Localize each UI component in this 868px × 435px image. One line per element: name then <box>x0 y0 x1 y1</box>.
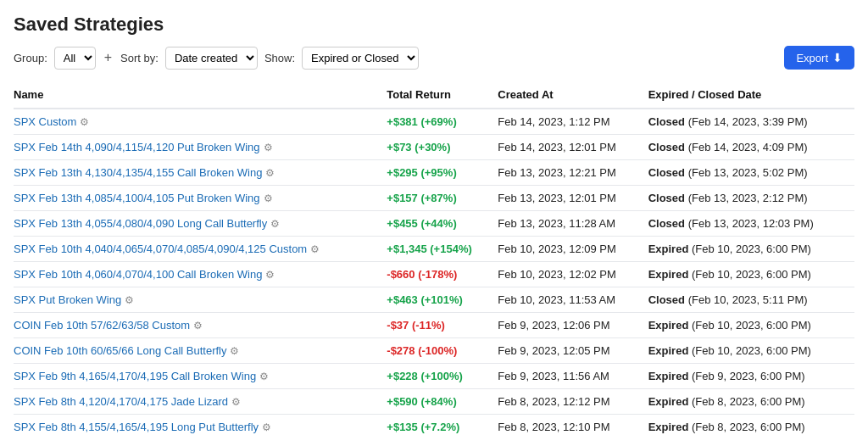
group-label: Group: <box>14 52 47 64</box>
closed-label: Closed <box>648 141 688 153</box>
col-closed-date: Expired / Closed Date <box>648 81 854 109</box>
table-row: SPX Put Broken Wing⚙+$463 (+101%)Feb 10,… <box>14 287 854 313</box>
gear-icon[interactable]: ⚙ <box>270 218 280 230</box>
gear-icon[interactable]: ⚙ <box>264 142 273 153</box>
total-return: +$295 (+95%) <box>387 160 498 186</box>
col-name: Name <box>14 81 387 109</box>
expired-label: Expired <box>648 319 692 332</box>
gear-icon[interactable]: ⚙ <box>125 294 134 306</box>
total-return: +$381 (+69%) <box>387 109 498 135</box>
closed-date-value: (Feb 8, 2023, 6:00 PM) <box>692 395 805 408</box>
gear-icon[interactable]: ⚙ <box>231 396 241 408</box>
closed-date-value: (Feb 13, 2023, 5:02 PM) <box>688 166 808 179</box>
expired-label: Expired <box>648 344 692 357</box>
closed-date: Closed (Feb 10, 2023, 5:11 PM) <box>648 287 854 313</box>
closed-date-value: (Feb 10, 2023, 6:00 PM) <box>692 319 811 332</box>
toolbar: Group: All + Sort by: Date created Show:… <box>14 46 854 70</box>
strategy-name[interactable]: SPX Feb 8th 4,120/4,170/4,175 Jade Lizar… <box>14 395 228 408</box>
closed-label: Closed <box>648 115 688 128</box>
export-button[interactable]: Export ⬇ <box>784 46 854 70</box>
strategy-name[interactable]: SPX Feb 13th 4,085/4,100/4,105 Put Broke… <box>14 192 260 204</box>
created-at: Feb 14, 2023, 12:01 PM <box>498 135 648 160</box>
export-icon: ⬇ <box>832 51 843 64</box>
gear-icon[interactable]: ⚙ <box>259 371 269 382</box>
gear-icon[interactable]: ⚙ <box>310 243 320 255</box>
created-at: Feb 8, 2023, 12:12 PM <box>498 389 648 415</box>
closed-date-value: (Feb 10, 2023, 6:00 PM) <box>692 268 811 281</box>
col-total-return: Total Return <box>387 81 498 109</box>
closed-date: Expired (Feb 9, 2023, 6:00 PM) <box>648 364 854 389</box>
table-row: SPX Feb 13th 4,055/4,080/4,090 Long Call… <box>14 211 854 237</box>
strategy-name[interactable]: SPX Feb 14th 4,090/4,115/4,120 Put Broke… <box>14 141 260 153</box>
show-label: Show: <box>264 52 295 64</box>
col-created-at: Created At <box>498 81 648 109</box>
table-row: SPX Feb 8th 4,120/4,170/4,175 Jade Lizar… <box>14 389 854 415</box>
export-label: Export <box>796 52 828 64</box>
table-row: COIN Feb 10th 60/65/66 Long Call Butterf… <box>14 338 854 364</box>
table-row: SPX Feb 10th 4,060/4,070/4,100 Call Brok… <box>14 262 854 287</box>
closed-date-value: (Feb 14, 2023, 4:09 PM) <box>688 141 808 153</box>
total-return: +$463 (+101%) <box>387 287 498 313</box>
created-at: Feb 9, 2023, 12:06 PM <box>498 313 648 338</box>
total-return: -$278 (-100%) <box>387 338 498 364</box>
closed-date: Expired (Feb 10, 2023, 6:00 PM) <box>648 262 854 287</box>
table-row: SPX Feb 14th 4,090/4,115/4,120 Put Broke… <box>14 135 854 160</box>
closed-date: Expired (Feb 10, 2023, 6:00 PM) <box>648 338 854 364</box>
created-at: Feb 10, 2023, 12:09 PM <box>498 237 648 262</box>
closed-date: Closed (Feb 14, 2023, 3:39 PM) <box>648 109 854 135</box>
closed-date-value: (Feb 8, 2023, 6:00 PM) <box>692 421 805 433</box>
strategy-name[interactable]: COIN Feb 10th 57/62/63/58 Custom <box>14 319 190 332</box>
expired-label: Expired <box>648 243 692 255</box>
closed-date-value: (Feb 13, 2023, 2:12 PM) <box>688 192 808 204</box>
table-row: COIN Feb 10th 57/62/63/58 Custom⚙-$37 (-… <box>14 313 854 338</box>
closed-date-value: (Feb 10, 2023, 5:11 PM) <box>688 293 808 306</box>
created-at: Feb 9, 2023, 11:56 AM <box>498 364 648 389</box>
strategy-name[interactable]: COIN Feb 10th 60/65/66 Long Call Butterf… <box>14 344 226 357</box>
strategy-name[interactable]: SPX Feb 9th 4,165/4,170/4,195 Call Broke… <box>14 370 256 382</box>
strategy-name[interactable]: SPX Feb 13th 4,055/4,080/4,090 Long Call… <box>14 217 267 230</box>
closed-date-value: (Feb 13, 2023, 12:03 PM) <box>688 217 814 230</box>
strategy-name[interactable]: SPX Feb 13th 4,130/4,135/4,155 Call Brok… <box>14 166 262 179</box>
gear-icon[interactable]: ⚙ <box>265 167 275 179</box>
total-return: +$228 (+100%) <box>387 364 498 389</box>
closed-label: Closed <box>648 192 688 204</box>
closed-date: Closed (Feb 14, 2023, 4:09 PM) <box>648 135 854 160</box>
closed-date-value: (Feb 10, 2023, 6:00 PM) <box>692 243 811 255</box>
expired-label: Expired <box>648 370 692 382</box>
closed-date: Expired (Feb 10, 2023, 6:00 PM) <box>648 237 854 262</box>
table-row: SPX Feb 10th 4,040/4,065/4,070/4,085/4,0… <box>14 237 854 262</box>
gear-icon[interactable]: ⚙ <box>262 421 271 433</box>
total-return: +$73 (+30%) <box>387 135 498 160</box>
gear-icon[interactable]: ⚙ <box>230 345 239 357</box>
page-title: Saved Strategies <box>14 14 854 36</box>
table-row: SPX Custom⚙+$381 (+69%)Feb 14, 2023, 1:1… <box>14 109 854 135</box>
strategies-table: Name Total Return Created At Expired / C… <box>14 81 854 435</box>
closed-date: Expired (Feb 10, 2023, 6:00 PM) <box>648 313 854 338</box>
add-button[interactable]: + <box>103 50 114 65</box>
total-return: +$135 (+7.2%) <box>387 415 498 436</box>
gear-icon[interactable]: ⚙ <box>193 320 203 332</box>
sortby-select[interactable]: Date created <box>165 47 258 70</box>
closed-date: Closed (Feb 13, 2023, 5:02 PM) <box>648 160 854 186</box>
created-at: Feb 8, 2023, 12:10 PM <box>498 415 648 436</box>
strategy-name[interactable]: SPX Custom <box>14 115 76 128</box>
closed-date: Expired (Feb 8, 2023, 6:00 PM) <box>648 415 854 436</box>
expired-label: Expired <box>648 395 692 408</box>
table-body: SPX Custom⚙+$381 (+69%)Feb 14, 2023, 1:1… <box>14 109 854 435</box>
created-at: Feb 13, 2023, 11:28 AM <box>498 211 648 237</box>
show-select[interactable]: Expired or Closed All Open <box>302 47 419 70</box>
strategy-name[interactable]: SPX Feb 10th 4,060/4,070/4,100 Call Brok… <box>14 268 262 281</box>
strategy-name[interactable]: SPX Put Broken Wing <box>14 293 121 306</box>
strategy-name[interactable]: SPX Feb 10th 4,040/4,065/4,070/4,085/4,0… <box>14 243 307 255</box>
group-select[interactable]: All <box>54 47 96 70</box>
total-return: -$660 (-178%) <box>387 262 498 287</box>
strategy-name[interactable]: SPX Feb 8th 4,155/4,165/4,195 Long Put B… <box>14 421 259 433</box>
total-return: -$37 (-11%) <box>387 313 498 338</box>
created-at: Feb 14, 2023, 1:12 PM <box>498 109 648 135</box>
gear-icon[interactable]: ⚙ <box>265 269 275 281</box>
gear-icon[interactable]: ⚙ <box>264 192 273 204</box>
created-at: Feb 13, 2023, 12:01 PM <box>498 186 648 211</box>
closed-date: Closed (Feb 13, 2023, 12:03 PM) <box>648 211 854 237</box>
gear-icon[interactable]: ⚙ <box>80 116 89 128</box>
expired-label: Expired <box>648 421 692 433</box>
